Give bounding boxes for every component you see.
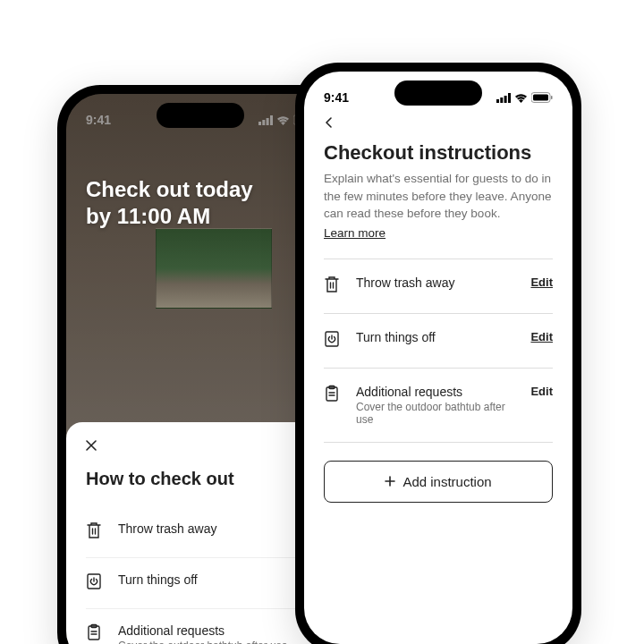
- power-icon: [86, 572, 104, 594]
- page-description: Explain what's essential for guests to d…: [324, 170, 553, 223]
- phone-host: 9:41 Checkout instructions Explain what'…: [295, 63, 581, 644]
- add-instruction-label: Add instruction: [402, 474, 491, 489]
- instruction-row-trash: Throw trash away Edit: [324, 259, 553, 314]
- svg-rect-8: [89, 626, 99, 640]
- battery-icon: [531, 92, 553, 103]
- signal-icon: [496, 93, 511, 103]
- hero-image-window: [156, 228, 272, 309]
- dynamic-island: [394, 80, 482, 106]
- item-label: Additional requests: [356, 385, 516, 399]
- item-label: Additional requests: [118, 623, 315, 638]
- status-time: 9:41: [324, 90, 349, 105]
- clipboard-icon: [86, 623, 104, 644]
- trash-icon: [86, 521, 104, 543]
- list-item: Additional requests Cover the outdoor ba…: [86, 609, 315, 644]
- item-label: Turn things off: [356, 330, 516, 344]
- list-item: Turn things off: [86, 558, 315, 609]
- item-subtext: Cover the outdoor bathtub after use: [356, 401, 516, 426]
- instruction-row-additional: Additional requests Cover the outdoor ba…: [324, 369, 553, 443]
- back-button[interactable]: [324, 116, 553, 131]
- edit-button[interactable]: Edit: [530, 385, 553, 398]
- dynamic-island: [157, 103, 244, 128]
- power-icon: [324, 330, 342, 352]
- clipboard-icon: [324, 385, 342, 406]
- svg-rect-18: [326, 387, 337, 401]
- instruction-row-power: Turn things off Edit: [324, 314, 553, 369]
- svg-rect-10: [496, 99, 499, 103]
- hero-line-1: Check out today: [86, 176, 315, 203]
- svg-rect-12: [504, 96, 507, 103]
- add-instruction-button[interactable]: Add instruction: [324, 461, 553, 503]
- wifi-icon: [514, 93, 528, 103]
- sheet-title: How to check out: [86, 469, 315, 489]
- page-title: Checkout instructions: [324, 141, 553, 165]
- close-button[interactable]: [86, 438, 315, 454]
- list-item: Throw trash away: [86, 507, 315, 558]
- how-to-checkout-sheet: How to check out Throw trash away Turn t…: [66, 422, 335, 644]
- svg-rect-11: [500, 97, 503, 103]
- status-icons: [496, 92, 553, 103]
- item-label: Throw trash away: [118, 521, 315, 536]
- item-label: Throw trash away: [356, 275, 516, 290]
- svg-rect-13: [508, 93, 511, 103]
- svg-rect-15: [533, 95, 548, 101]
- trash-icon: [324, 275, 342, 297]
- plus-icon: [385, 474, 395, 489]
- checkout-hero: Check out today by 11:00 AM: [86, 176, 315, 230]
- item-subtext: Cover the outdoor bathtub after use: [118, 640, 315, 644]
- edit-button[interactable]: Edit: [530, 275, 553, 289]
- svg-rect-16: [551, 96, 553, 99]
- hero-line-2: by 11:00 AM: [86, 203, 315, 230]
- item-label: Turn things off: [118, 572, 315, 587]
- edit-button[interactable]: Edit: [530, 330, 553, 343]
- screen-host: 9:41 Checkout instructions Explain what'…: [304, 72, 572, 644]
- screen-guest: 9:41 Check out today by 11:00 AM How: [66, 94, 335, 644]
- learn-more-link[interactable]: Learn more: [324, 226, 386, 240]
